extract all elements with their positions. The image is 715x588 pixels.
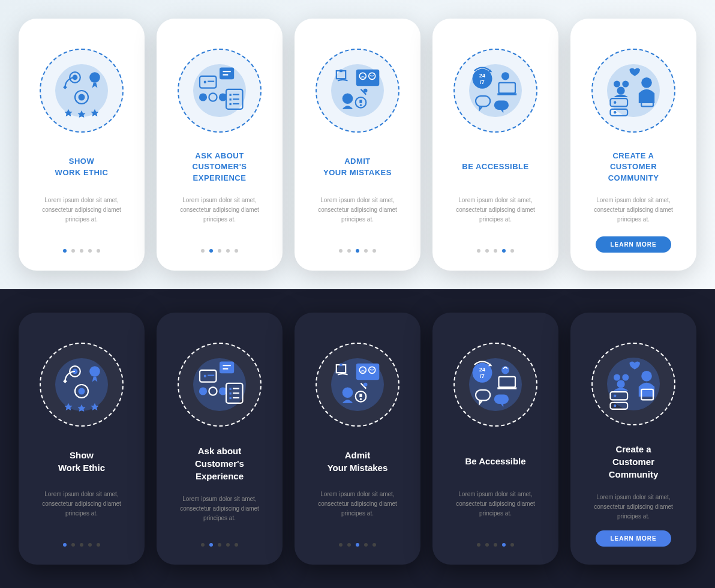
- screen-body: Lorem ipsum dolor sit amet, consectetur …: [31, 196, 133, 224]
- screen-body: Lorem ipsum dolor sit amet, consectetur …: [444, 490, 546, 518]
- pagination-dot-2[interactable]: [71, 543, 75, 547]
- screen-body: Lorem ipsum dolor sit amet, consectetur …: [582, 196, 684, 224]
- pagination-dot-3[interactable]: [80, 543, 83, 547]
- pagination-dot-3[interactable]: [218, 543, 221, 547]
- pagination-dots: [477, 249, 514, 253]
- svg-rect-14: [220, 68, 234, 80]
- pagination-dot-3[interactable]: [356, 543, 359, 547]
- svg-rect-22: [233, 94, 239, 95]
- pagination-dot-4[interactable]: [502, 543, 506, 547]
- pagination-dot-2[interactable]: [209, 249, 213, 253]
- learn-more-button[interactable]: LEARN MORE: [596, 530, 671, 547]
- pagination-dot-5[interactable]: [97, 543, 100, 547]
- pagination-dot-5[interactable]: [372, 249, 376, 253]
- svg-point-91: [363, 383, 368, 387]
- svg-rect-105: [494, 395, 509, 404]
- pagination-dot-4[interactable]: [226, 543, 230, 547]
- pagination-dot-5[interactable]: [97, 249, 100, 253]
- onboarding-screen-3: ADMIT YOUR MISTAKESLorem ipsum dolor sit…: [295, 19, 420, 271]
- screen-title: Admit Your Mistakes: [328, 445, 388, 478]
- pagination-dot-1[interactable]: [63, 249, 67, 253]
- pagination-dot-2[interactable]: [71, 249, 75, 253]
- svg-point-50: [622, 81, 629, 88]
- svg-point-12: [204, 81, 206, 83]
- svg-point-6: [89, 72, 100, 83]
- svg-point-113: [614, 395, 616, 397]
- screen-body: Lorem ipsum dolor sit amet, consectetur …: [31, 490, 133, 518]
- onboarding-screen-1: Show Work EthicLorem ipsum dolor sit ame…: [19, 313, 145, 565]
- pagination-dot-3[interactable]: [356, 249, 359, 253]
- screen-body: Lorem ipsum dolor sit amet, consectetur …: [307, 490, 408, 518]
- pagination-dot-1[interactable]: [201, 543, 205, 547]
- pagination-dots: [201, 543, 238, 547]
- pagination-dot-3[interactable]: [494, 543, 497, 547]
- svg-point-115: [614, 404, 616, 407]
- svg-rect-83: [230, 397, 232, 399]
- svg-rect-79: [230, 388, 232, 390]
- svg-point-51: [617, 86, 625, 94]
- pagination-dots: [201, 249, 238, 253]
- pagination-dot-4[interactable]: [88, 543, 92, 547]
- pagination-dot-3[interactable]: [494, 249, 497, 253]
- svg-rect-36: [359, 100, 362, 103]
- svg-rect-81: [230, 392, 232, 394]
- community-icon: [591, 343, 675, 425]
- pagination-dot-2[interactable]: [209, 543, 213, 547]
- pagination-dot-1[interactable]: [201, 249, 205, 253]
- svg-point-52: [641, 77, 652, 88]
- pagination-dot-5[interactable]: [235, 543, 238, 547]
- onboarding-screen-5: CREATE A CUSTOMER COMMUNITYLorem ipsum d…: [570, 19, 696, 271]
- pagination-dot-4[interactable]: [88, 249, 92, 253]
- svg-point-17: [199, 93, 207, 101]
- pagination-dot-2[interactable]: [485, 543, 489, 547]
- pagination-dot-3[interactable]: [218, 249, 221, 253]
- pagination-dot-3[interactable]: [80, 249, 83, 253]
- pagination-dot-2[interactable]: [347, 249, 351, 253]
- svg-rect-25: [230, 103, 232, 105]
- svg-rect-72: [220, 362, 234, 374]
- pagination-dot-1[interactable]: [477, 543, 480, 547]
- onboarding-screen-2: Ask about Customer's ExperienceLorem ips…: [157, 313, 283, 565]
- learn-more-button[interactable]: LEARN MORE: [596, 236, 671, 253]
- pagination-dot-5[interactable]: [372, 543, 376, 547]
- svg-rect-94: [359, 394, 362, 397]
- pagination-dots: [477, 543, 514, 547]
- work-ethic-icon: [40, 49, 124, 133]
- onboarding-screen-4: 24/7Be AccessibleLorem ipsum dolor sit a…: [432, 313, 558, 565]
- svg-point-110: [641, 371, 652, 382]
- work-ethic-icon: [40, 343, 124, 427]
- pagination-dot-5[interactable]: [510, 543, 514, 547]
- svg-rect-87: [340, 364, 342, 366]
- screen-title: Create a Customer Community: [609, 443, 659, 481]
- pagination-dot-1[interactable]: [339, 543, 343, 547]
- svg-text:24: 24: [479, 367, 485, 373]
- pagination-dot-5[interactable]: [510, 249, 514, 253]
- pagination-dot-1[interactable]: [477, 249, 480, 253]
- screen-title: Be Accessible: [465, 445, 525, 478]
- svg-point-95: [360, 398, 362, 400]
- light-theme-section: SHOW WORK ETHICLorem ipsum dolor sit ame…: [0, 0, 715, 289]
- pagination-dot-2[interactable]: [485, 249, 489, 253]
- pagination-dot-4[interactable]: [226, 249, 230, 253]
- screen-title: ASK ABOUT CUSTOMER'S EXPERIENCE: [193, 151, 247, 184]
- admit-mistakes-icon: [316, 343, 399, 427]
- pagination-dot-2[interactable]: [347, 543, 351, 547]
- screen-body: Lorem ipsum dolor sit amet, consectetur …: [582, 493, 684, 521]
- svg-rect-84: [233, 397, 239, 398]
- pagination-dots: [63, 543, 100, 547]
- screen-body: Lorem ipsum dolor sit amet, consectetur …: [444, 196, 546, 224]
- pagination-dot-4[interactable]: [364, 543, 368, 547]
- svg-point-57: [614, 111, 616, 113]
- pagination-dot-1[interactable]: [339, 249, 343, 253]
- svg-rect-13: [208, 81, 214, 82]
- community-icon: [591, 49, 675, 133]
- pagination-dot-5[interactable]: [235, 249, 238, 253]
- svg-point-37: [360, 104, 362, 106]
- pagination-dot-4[interactable]: [364, 249, 368, 253]
- pagination-dot-4[interactable]: [502, 249, 506, 253]
- svg-point-33: [363, 89, 368, 93]
- svg-rect-80: [233, 388, 239, 389]
- pagination-dot-1[interactable]: [63, 543, 67, 547]
- accessible-icon: 24/7: [453, 343, 537, 427]
- svg-point-92: [343, 387, 353, 398]
